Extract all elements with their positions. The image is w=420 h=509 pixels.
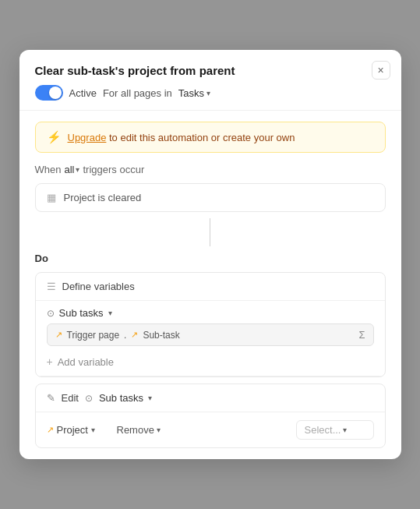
add-variable-row[interactable]: + Add variable	[47, 351, 374, 369]
modal-header: Clear sub-task's project from parent × A…	[19, 50, 401, 111]
select-chevron-icon: ▾	[343, 426, 347, 434]
edit-header: ✎ Edit ⊙ Sub tasks ▾	[36, 384, 385, 412]
modal-title: Clear sub-task's project from parent	[35, 64, 386, 77]
sigma-icon: Σ	[358, 329, 365, 341]
sub-task-text: Sub-task	[143, 330, 179, 341]
remove-dropdown[interactable]: Remove ▾	[117, 424, 288, 436]
list-icon: ☰	[47, 281, 56, 292]
define-variables-header: ☰ Define variables	[36, 273, 385, 301]
select-dropdown[interactable]: Select... ▾	[296, 420, 374, 440]
edit-label: Edit	[62, 392, 79, 404]
subtasks-chevron-icon: ▾	[108, 309, 112, 317]
edit-row: ↗ Project ▾ Remove ▾ Select... ▾	[36, 412, 385, 447]
modal: Clear sub-task's project from parent × A…	[19, 50, 401, 459]
edit-card: ✎ Edit ⊙ Sub tasks ▾ ↗ Project ▾ Re	[35, 384, 386, 448]
when-chevron-icon: ▾	[76, 165, 79, 174]
plus-icon: +	[47, 355, 53, 368]
do-label: Do	[35, 253, 386, 264]
for-all-pages-label: For all pages in	[103, 87, 172, 99]
toggle-knob	[49, 87, 62, 99]
close-button[interactable]: ×	[372, 61, 390, 80]
trigger-card: ▦ Project is cleared	[35, 183, 386, 212]
project-label: Project	[57, 424, 88, 436]
chevron-down-icon: ▾	[206, 89, 210, 97]
upgrade-text: to edit this automation or create your o…	[109, 132, 295, 143]
edit-icon: ✎	[47, 392, 55, 404]
all-dropdown[interactable]: all ▾	[64, 164, 79, 175]
project-field: ↗ Project ▾	[47, 424, 109, 436]
define-variables-label: Define variables	[62, 281, 135, 292]
active-row: Active For all pages in Tasks ▾	[35, 85, 386, 101]
when-label: When	[35, 164, 62, 175]
edit-subtasks-chevron-icon: ▾	[148, 394, 152, 402]
triggers-text: triggers occur	[83, 164, 144, 175]
trigger-text: Project is cleared	[64, 192, 142, 203]
subtasks-row: ⊙ Sub tasks ▾	[47, 307, 374, 319]
define-variables-card: ☰ Define variables ⊙ Sub tasks ▾ ↗ Trigg…	[35, 272, 386, 377]
select-placeholder: Select...	[305, 424, 341, 436]
backdrop: Clear sub-task's project from parent × A…	[0, 0, 420, 509]
remove-chevron-icon: ▾	[157, 426, 161, 434]
edit-subtasks-dropdown[interactable]: Sub tasks ▾	[99, 392, 152, 404]
tasks-dropdown[interactable]: Tasks ▾	[178, 87, 210, 99]
project-chevron-icon: ▾	[91, 426, 95, 434]
vertical-connector	[210, 218, 210, 246]
add-variable-label: Add variable	[58, 356, 114, 368]
when-row: When all ▾ triggers occur	[35, 164, 386, 175]
dot-separator: .	[124, 330, 126, 341]
modal-body: ⚡ Upgrade to edit this automation or cre…	[19, 111, 401, 459]
upgrade-banner: ⚡ Upgrade to edit this automation or cre…	[35, 122, 386, 153]
project-arrow-icon: ↗	[47, 425, 54, 435]
subtask-icon: ⊙	[47, 308, 55, 319]
upgrade-link[interactable]: Upgrade	[68, 132, 107, 143]
active-toggle[interactable]	[35, 85, 63, 101]
variable-chip: ↗ Trigger page . ↗ Sub-task Σ	[47, 323, 374, 346]
active-label: Active	[69, 87, 97, 99]
lightning-icon: ⚡	[47, 130, 62, 144]
subtasks-label: Sub tasks	[59, 307, 104, 319]
sub-task-arrow-icon: ↗	[131, 330, 138, 340]
trigger-page-arrow-icon: ↗	[55, 330, 62, 340]
grid-icon: ▦	[47, 192, 56, 203]
trigger-page-text: Trigger page	[67, 330, 120, 341]
subtasks-section: ⊙ Sub tasks ▾ ↗ Trigger page . ↗ Sub-tas…	[36, 301, 385, 376]
edit-subtask-icon: ⊙	[85, 393, 93, 404]
